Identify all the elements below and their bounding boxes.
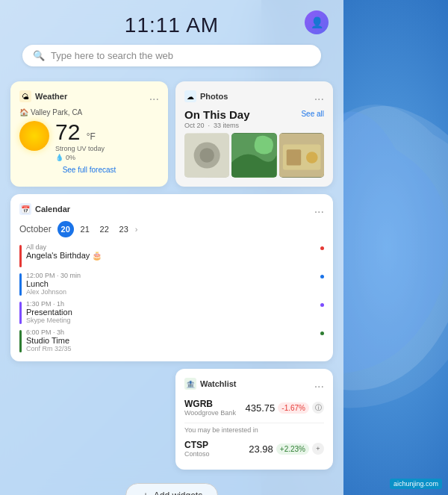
watchlist-icon: 🏦 — [184, 378, 196, 390]
stock-info-wgrb: WGRB Woodgrove Bank — [184, 399, 236, 417]
photos-widget: ☁ Photos ... On This Day Oct 20 · 33 ite… — [175, 81, 333, 187]
event-dot-studio — [320, 331, 324, 335]
weather-temp-block: 72 °F Strong UV today 💧 0% — [55, 121, 105, 161]
on-this-day-title: On This Day — [184, 108, 250, 122]
stock-row-ctsp[interactable]: CTSP Contoso 23.98 +2.23% + — [184, 437, 324, 461]
stock-row-wgrb[interactable]: WGRB Woodgrove Bank 435.75 -1.67% ⓘ — [184, 396, 324, 420]
droplet-icon: 💧 — [55, 154, 63, 161]
event-time-presentation: 1:30 PM · 1h — [26, 300, 316, 308]
calendar-menu[interactable]: ... — [314, 203, 324, 215]
weather-menu[interactable]: ... — [149, 90, 159, 102]
event-allday-label: All day — [26, 243, 316, 251]
event-item-lunch[interactable]: 12:00 PM · 30 min Lunch Alex Johnson — [19, 272, 324, 296]
search-bar[interactable]: 🔍 Type here to search the web — [22, 45, 321, 66]
event-item-birthday[interactable]: All day Angela's Birthday 🎂 — [19, 243, 324, 267]
watchlist-widget: 🏦 Watchlist ... WGRB Woodgrove Bank 435.… — [175, 369, 333, 470]
event-bar-green — [19, 330, 22, 352]
svg-point-3 — [199, 148, 214, 162]
event-bar-red — [19, 245, 22, 267]
weather-temperature: 72 °F — [55, 121, 105, 143]
event-name-studio: Studio Time — [26, 336, 316, 345]
header-area: 11:11 AM 👤 🔍 Type here to search the web — [0, 0, 343, 74]
event-bar-blue — [19, 273, 22, 296]
calendar-month: October — [19, 224, 52, 234]
avatar[interactable]: 👤 — [305, 10, 329, 34]
stock-bank-ctsp: Contoso — [184, 450, 210, 458]
weather-main: 72 °F Strong UV today 💧 0% — [19, 121, 159, 161]
stock-price-wgrb: 435.75 — [246, 402, 276, 414]
event-sub-lunch: Alex Johnson — [26, 288, 316, 296]
stock-change-wgrb: -1.67% — [278, 402, 309, 414]
calendar-widget-header: 📅 Calendar ... — [19, 203, 324, 215]
weather-forecast-link[interactable]: See full forecast — [19, 166, 159, 174]
stock-ticker-wgrb: WGRB — [184, 399, 236, 409]
add-widgets-button[interactable]: ＋ Add widgets — [125, 483, 218, 495]
calendar-title-row: 📅 Calendar — [19, 203, 70, 215]
home-icon: 🏠 — [19, 108, 28, 116]
event-info-studio: 6:00 PM · 3h Studio Time Conf Rm 32/35 — [26, 329, 316, 352]
weather-widget: 🌤 Weather ... 🏠 Valley Park, CA 72 °F St… — [10, 81, 168, 187]
calendar-chevron-right[interactable]: › — [135, 225, 138, 234]
weather-widget-header: 🌤 Weather ... — [19, 90, 159, 102]
photos-title-row: ☁ Photos — [184, 90, 228, 102]
event-name-lunch: Lunch — [26, 279, 316, 288]
weather-description: Strong UV today — [55, 145, 105, 152]
event-sub-presentation: Skype Meeting — [26, 317, 316, 324]
see-all-link[interactable]: See all — [301, 110, 324, 118]
widgets-grid: 🌤 Weather ... 🏠 Valley Park, CA 72 °F St… — [0, 74, 343, 477]
photos-grid — [184, 133, 324, 178]
calendar-date-22[interactable]: 22 — [96, 221, 113, 237]
weather-title: Weather — [35, 92, 67, 101]
time-display: 11:11 AM — [15, 13, 329, 37]
photos-title: Photos — [200, 92, 228, 101]
calendar-month-row: October 20 21 22 23 › — [19, 221, 324, 237]
stock-change-ctsp: +2.23% — [276, 443, 309, 455]
calendar-widget: 📅 Calendar ... October 20 21 22 23 › — [10, 194, 333, 361]
calendar-title: Calendar — [35, 205, 70, 214]
event-list: All day Angela's Birthday 🎂 12:00 PM · 3… — [19, 243, 324, 352]
event-time-studio: 6:00 PM · 3h — [26, 329, 316, 336]
event-item-presentation[interactable]: 1:30 PM · 1h Presentation Skype Meeting — [19, 300, 324, 324]
photos-date-info: Oct 20 · 33 items — [184, 122, 250, 129]
calendar-date-21[interactable]: 21 — [77, 221, 93, 237]
photos-header-row: On This Day Oct 20 · 33 items See all — [184, 108, 324, 129]
watchlist-title-row: 🏦 Watchlist — [184, 378, 237, 390]
event-name-birthday: Angela's Birthday 🎂 — [26, 251, 316, 261]
calendar-date-23[interactable]: 23 — [116, 221, 132, 237]
event-dot-lunch — [320, 275, 324, 278]
calendar-date-20[interactable]: 20 — [57, 221, 74, 237]
svg-rect-7 — [286, 149, 300, 165]
stock-price-ctsp: 23.98 — [249, 443, 273, 455]
weather-icon: 🌤 — [19, 90, 31, 102]
interested-label: You may be interested in — [184, 426, 324, 434]
widgets-panel: 11:11 AM 👤 🔍 Type here to search the web… — [0, 0, 343, 495]
stock-info-icon-wgrb[interactable]: ⓘ — [312, 402, 324, 414]
stock-price-block-ctsp: 23.98 +2.23% + — [249, 443, 324, 455]
event-dot-presentation — [320, 303, 324, 307]
event-sub-studio: Conf Rm 32/35 — [26, 345, 316, 352]
stock-bank-wgrb: Woodgrove Bank — [184, 409, 236, 417]
event-name-presentation: Presentation — [26, 308, 316, 317]
add-widgets-row: ＋ Add widgets — [0, 477, 343, 495]
photos-widget-header: ☁ Photos ... — [184, 90, 324, 102]
weather-title-row: 🌤 Weather — [19, 90, 67, 102]
calendar-icon: 📅 — [19, 203, 31, 215]
stock-price-block-wgrb: 435.75 -1.67% ⓘ — [246, 402, 324, 414]
photo-thumb-2[interactable] — [231, 133, 276, 178]
photo-thumb-1[interactable] — [184, 133, 229, 178]
photo-thumb-3[interactable] — [279, 133, 324, 178]
event-item-studio[interactable]: 6:00 PM · 3h Studio Time Conf Rm 32/35 — [19, 329, 324, 352]
event-info-birthday: All day Angela's Birthday 🎂 — [26, 243, 316, 261]
watchlist-widget-header: 🏦 Watchlist ... — [184, 378, 324, 390]
sun-icon — [19, 121, 49, 151]
weather-location: 🏠 Valley Park, CA — [19, 108, 159, 116]
event-bar-purple — [19, 302, 22, 324]
stock-info-ctsp: CTSP Contoso — [184, 440, 210, 458]
search-placeholder: Type here to search the web — [51, 50, 173, 61]
watchlist-menu[interactable]: ... — [314, 378, 324, 390]
photos-icon: ☁ — [184, 90, 196, 102]
stock-divider — [184, 423, 324, 423]
photos-menu[interactable]: ... — [314, 90, 324, 102]
stock-ticker-ctsp: CTSP — [184, 440, 210, 450]
stock-info-icon-ctsp[interactable]: + — [312, 443, 324, 455]
